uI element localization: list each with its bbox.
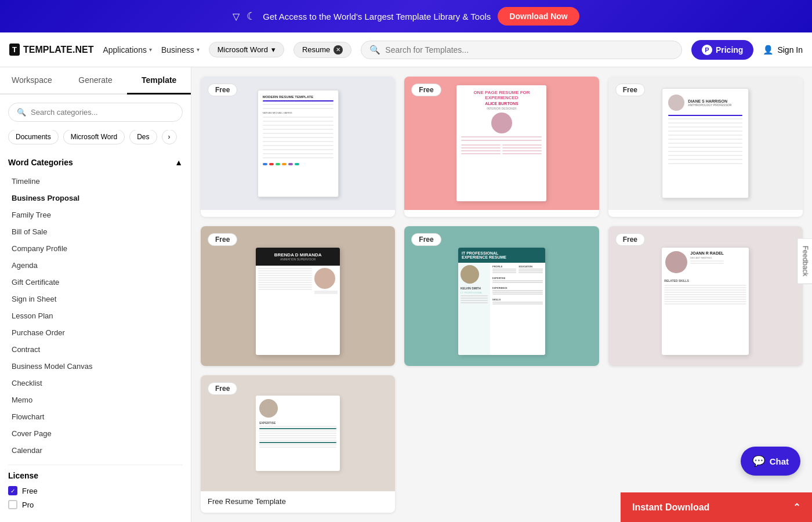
card-7[interactable]: Free EXPERTISE Free Resume Template xyxy=(201,375,395,513)
logo[interactable]: T TEMPLATE.NET xyxy=(9,44,93,56)
top-banner: ▽ ☾ Get Access to the World's Largest Te… xyxy=(0,0,812,32)
feedback-tab[interactable]: Feedback xyxy=(798,238,812,284)
search-bar[interactable]: 🔍 xyxy=(361,41,682,59)
sidebar-tabs: Workspace Generate Template xyxy=(0,67,191,95)
card-title-2: Free One Page Resume for Experienced xyxy=(404,210,599,217)
resume-label: Resume xyxy=(302,45,330,54)
license-section: License Free Pro xyxy=(0,471,191,522)
business-label: Business xyxy=(161,45,194,55)
instant-download-bar[interactable]: Instant Download ⌃ xyxy=(621,492,812,522)
free-badge-5: Free xyxy=(411,233,441,246)
pricing-button[interactable]: P Pricing xyxy=(691,40,753,60)
pricing-label: Pricing xyxy=(716,45,743,55)
free-badge-4: Free xyxy=(208,233,237,246)
search-input[interactable] xyxy=(385,45,673,55)
resume-tag[interactable]: Resume ✕ xyxy=(293,42,351,58)
search-icon: 🔍 xyxy=(369,45,380,55)
main-layout: Workspace Generate Template 🔍 Documents … xyxy=(0,67,812,522)
card-image-1: Free MODERN RESUME TEMPLATE NATHAN MICHA… xyxy=(201,77,395,210)
category-business-model-canvas[interactable]: Business Model Canvas xyxy=(12,358,183,375)
download-now-button[interactable]: Download Now xyxy=(498,7,579,26)
free-badge-3: Free xyxy=(615,84,645,96)
category-search-box[interactable]: 🔍 xyxy=(8,103,183,122)
card-title-1: Free Modern Resume xyxy=(201,210,395,217)
chip-microsoft-word[interactable]: Microsoft Word xyxy=(63,130,125,144)
category-sign-in-sheet[interactable]: Sign in Sheet xyxy=(12,291,183,307)
category-contract[interactable]: Contract xyxy=(12,341,183,358)
card-title-3: Free Anthropology Professor Resume xyxy=(608,210,803,217)
category-bill-of-sale[interactable]: Bill of Sale xyxy=(12,223,183,240)
chat-label: Chat xyxy=(770,456,789,466)
resume-thumb-1: MODERN RESUME TEMPLATE NATHAN MICHAEL HA… xyxy=(258,90,339,197)
sidebar: Workspace Generate Template 🔍 Documents … xyxy=(0,67,191,522)
category-search-input[interactable] xyxy=(31,108,174,117)
signin-label: Sign In xyxy=(777,45,803,55)
card-it-resume[interactable]: Free IT PROFESSIONAL EXPERIENCE RESUME K… xyxy=(404,226,599,367)
free-badge-1: Free xyxy=(208,84,237,96)
chat-button[interactable]: 💬 Chat xyxy=(741,447,800,476)
resume-brenda-1: BRENDA D MIRANDA ANIMATION SUPERVISOR xyxy=(256,248,340,355)
resume-joann-1: JOANN R RADEL DIECAST PAINTING RELATED S… xyxy=(662,248,749,355)
business-chevron: ▾ xyxy=(197,46,200,53)
category-checklist[interactable]: Checklist xyxy=(12,375,183,392)
chip-documents[interactable]: Documents xyxy=(8,130,59,144)
pro-checkbox[interactable] xyxy=(8,500,17,509)
category-family-tree[interactable]: Family Tree xyxy=(12,206,183,223)
free-checkbox[interactable] xyxy=(8,486,17,495)
license-pro[interactable]: Pro xyxy=(8,500,183,509)
category-timeline[interactable]: Timeline xyxy=(12,173,183,190)
instant-download-label: Instant Download xyxy=(632,502,709,513)
resume-remove-icon[interactable]: ✕ xyxy=(334,45,343,55)
signin-button[interactable]: 👤 Sign In xyxy=(763,45,803,55)
tab-template[interactable]: Template xyxy=(127,67,191,95)
category-search-icon: 🔍 xyxy=(17,108,26,117)
content-area: Free MODERN RESUME TEMPLATE NATHAN MICHA… xyxy=(191,67,812,522)
category-gift-certificate[interactable]: Gift Certificate xyxy=(12,274,183,291)
tab-generate[interactable]: Generate xyxy=(64,67,128,95)
category-company-profile[interactable]: Company Profile xyxy=(12,240,183,257)
chip-more[interactable]: › xyxy=(162,130,177,144)
card-image-6: Free JOANN R RADEL DIECAST PAINTING RELA… xyxy=(608,226,803,367)
category-calendar[interactable]: Calendar xyxy=(12,442,183,459)
category-lesson-plan[interactable]: Lesson Plan xyxy=(12,307,183,324)
applications-menu[interactable]: Applications ▾ xyxy=(103,45,152,55)
mw-chevron: ▾ xyxy=(271,45,276,54)
card-modern-resume[interactable]: Free MODERN RESUME TEMPLATE NATHAN MICHA… xyxy=(201,77,395,217)
chip-des[interactable]: Des xyxy=(129,130,157,144)
instant-download-chevron: ⌃ xyxy=(793,502,800,513)
category-flowchart[interactable]: Flowchart xyxy=(12,408,183,425)
navbar: T TEMPLATE.NET Applications ▾ Business ▾… xyxy=(0,32,812,67)
resume-it-1: IT PROFESSIONAL EXPERIENCE RESUME KELVIN… xyxy=(458,248,545,355)
applications-label: Applications xyxy=(103,45,147,55)
category-agenda[interactable]: Agenda xyxy=(12,257,183,274)
microsoft-word-label: Microsoft Word xyxy=(217,45,268,54)
category-cover-page[interactable]: Cover Page xyxy=(12,425,183,442)
resume-partial-1: EXPERTISE xyxy=(256,396,340,471)
card-anthropology-resume[interactable]: Free DIANE S HARRISON ANTHROPOLOGY PROFE… xyxy=(608,77,803,217)
sidebar-divider xyxy=(8,465,183,465)
resume-thumb-3: DIANE S HARRISON ANTHROPOLOGY PROFESSOR xyxy=(662,88,749,198)
license-free[interactable]: Free xyxy=(8,486,183,495)
category-purchase-order[interactable]: Purchase Order xyxy=(12,324,183,341)
sidebar-search: 🔍 xyxy=(8,103,183,122)
microsoft-word-tag[interactable]: Microsoft Word ▾ xyxy=(209,42,284,57)
filter-chips: Documents Microsoft Word Des › xyxy=(0,130,191,152)
card-title-7: Free Resume Template xyxy=(201,491,395,513)
word-categories-header[interactable]: Word Categories ▲ xyxy=(8,152,183,173)
card-animation-resume[interactable]: Free BRENDA D MIRANDA ANIMATION SUPERVIS… xyxy=(201,226,395,367)
category-business-proposal[interactable]: Business Proposal xyxy=(12,190,183,206)
card-joann-resume[interactable]: Free JOANN R RADEL DIECAST PAINTING RELA… xyxy=(608,226,803,367)
card-image-4: Free BRENDA D MIRANDA ANIMATION SUPERVIS… xyxy=(201,226,395,367)
collapse-icon: ▲ xyxy=(175,158,183,167)
resume-pink-1: ONE PAGE RESUME FOR EXPERIENCED ALICE BU… xyxy=(456,85,546,201)
word-categories: Word Categories ▲ Timeline Business Prop… xyxy=(0,152,191,459)
card-one-page-resume[interactable]: Free ONE PAGE RESUME FOR EXPERIENCED ALI… xyxy=(404,77,599,217)
tab-workspace[interactable]: Workspace xyxy=(0,67,64,95)
card-image-3: Free DIANE S HARRISON ANTHROPOLOGY PROFE… xyxy=(608,77,803,210)
feedback-label: Feedback xyxy=(802,246,810,277)
free-label: Free xyxy=(22,487,38,495)
category-memo[interactable]: Memo xyxy=(12,392,183,408)
word-categories-title: Word Categories xyxy=(8,158,73,167)
banner-text: Get Access to the World's Largest Templa… xyxy=(263,12,491,21)
business-menu[interactable]: Business ▾ xyxy=(161,45,200,55)
